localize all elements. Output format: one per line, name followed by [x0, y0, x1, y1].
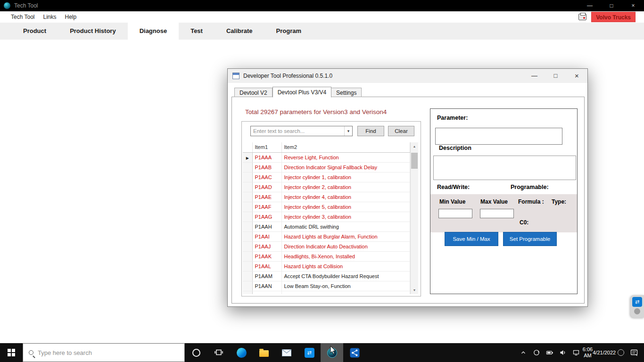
network-icon[interactable] — [570, 343, 583, 362]
cell-item1[interactable]: P1AAO — [252, 291, 281, 294]
cell-item1[interactable]: P1AAG — [252, 212, 281, 222]
table-row[interactable]: P1AALHazard Lights at Collision — [243, 261, 410, 271]
cell-item2[interactable]: Injector cylinder 5, calibration — [281, 202, 410, 212]
table-scrollbar[interactable]: ▲ ▼ — [410, 142, 418, 294]
cell-item1[interactable]: P1AAB — [252, 162, 281, 172]
table-row[interactable]: P1AADInjector cylinder 2, calibration — [243, 182, 410, 192]
taskbar-search[interactable] — [23, 343, 185, 362]
table-row[interactable]: P1AAOLow Beam Lamps, Type — [243, 291, 410, 294]
cell-item1[interactable]: P1AAK — [252, 251, 281, 261]
set-programable-button[interactable]: Set Programable — [503, 232, 557, 246]
volvo-trucks-button[interactable]: Volvo Trucks — [591, 12, 636, 22]
cell-item2[interactable]: Automatic DRL swithing — [281, 222, 410, 231]
scrollbar-thumb[interactable] — [411, 153, 418, 169]
cell-item1[interactable]: P1AAA — [252, 152, 281, 162]
cell-item2[interactable]: Injector cylinder 2, calibration — [281, 182, 410, 192]
cell-item1[interactable]: P1AAL — [252, 261, 281, 271]
volume-icon[interactable] — [556, 343, 570, 362]
cell-item2[interactable]: Headlights, Bi-Xenon, Installed — [281, 251, 410, 261]
main-maximize-icon[interactable]: □ — [601, 0, 622, 11]
main-titlebar[interactable]: Tech Tool — □ × — [0, 0, 644, 11]
cell-item2[interactable]: Reverse Light, Function — [281, 152, 410, 162]
cell-item2[interactable]: Injector cylinder 3, calibration — [281, 212, 410, 222]
share-app-icon[interactable] — [343, 343, 366, 362]
taskbar-clock[interactable]: 6:06 AM 4/21/2022 — [583, 343, 616, 362]
circle-app-icon[interactable] — [185, 343, 207, 362]
teamviewer-icon[interactable]: ⇄ — [298, 343, 321, 362]
table-row[interactable]: P1AAGInjector cylinder 3, calibration — [243, 212, 410, 222]
file-explorer-icon[interactable] — [253, 343, 275, 362]
cell-item2[interactable]: Low Beam Stay-on, Function — [281, 281, 410, 291]
table-row[interactable]: P1AAFInjector cylinder 5, calibration — [243, 202, 410, 212]
cell-item1[interactable]: P1AAI — [252, 231, 281, 241]
edge-icon[interactable] — [230, 343, 253, 362]
remote-support-panel[interactable]: ⇄ — [630, 295, 644, 318]
table-row[interactable]: P1AAIHazard Lights at Burglar Alarm, Fun… — [243, 231, 410, 241]
tab-test[interactable]: Test — [179, 23, 215, 40]
dialog-maximize-icon[interactable]: □ — [545, 69, 566, 83]
dialog-titlebar[interactable]: Developer Tool Professional 0.5.1.0 — □ … — [228, 69, 587, 83]
cell-item2[interactable]: Accept CTA Bodybuilder Hazard Request — [281, 271, 410, 281]
cell-item2[interactable]: Injector cylinder 4, calibration — [281, 192, 410, 202]
parameter-value-input[interactable] — [435, 128, 562, 145]
combo-dropdown-icon[interactable]: ▾ — [344, 126, 352, 136]
search-input[interactable] — [251, 128, 344, 134]
table-row[interactable]: P1AAKHeadlights, Bi-Xenon, Installed — [243, 251, 410, 261]
table-row[interactable]: P1AAHAutomatic DRL swithing — [243, 222, 410, 231]
cell-item1[interactable]: P1AAC — [252, 172, 281, 182]
cell-item1[interactable]: P1AAE — [252, 192, 281, 202]
tab-devtool-v2[interactable]: Devtool V2 — [234, 88, 272, 97]
tab-program[interactable]: Program — [264, 23, 313, 40]
battery-icon[interactable] — [543, 343, 556, 362]
taskbar-search-input[interactable] — [38, 349, 184, 356]
tab-diagnose[interactable]: Diagnose — [128, 23, 179, 40]
max-value-input[interactable] — [480, 209, 514, 218]
cell-item1[interactable]: P1AAD — [252, 182, 281, 192]
hidden-icons-chevron-icon[interactable] — [517, 343, 530, 362]
tab-calibrate[interactable]: Calibrate — [215, 23, 264, 40]
cell-item2[interactable]: Hazard Lights at Collision — [281, 261, 410, 271]
teamviewer-panel-icon[interactable]: ⇄ — [632, 297, 642, 307]
table-row[interactable]: P1AACInjector cylinder 1, calibration — [243, 172, 410, 182]
cell-item1[interactable]: P1AAF — [252, 202, 281, 212]
cell-item1[interactable]: P1AAN — [252, 281, 281, 291]
cell-item1[interactable]: P1AAM — [252, 271, 281, 281]
start-button[interactable] — [0, 343, 23, 362]
task-view-icon[interactable] — [207, 343, 230, 362]
mail-icon[interactable] — [275, 343, 298, 362]
tray-sync-icon[interactable] — [530, 343, 543, 362]
table-row[interactable]: P1AAMAccept CTA Bodybuilder Hazard Reque… — [243, 271, 410, 281]
save-minmax-button[interactable]: Save Min / Max — [445, 232, 498, 246]
tab-devtool-plus-v3v4[interactable]: Devtool Plus V3/V4 — [272, 87, 331, 98]
table-row[interactable]: ▶P1AAAReverse Light, Function — [243, 152, 410, 162]
tray-circle-icon[interactable] — [616, 343, 626, 362]
scroll-up-icon[interactable]: ▲ — [411, 142, 418, 150]
scroll-down-icon[interactable]: ▼ — [411, 286, 418, 294]
dialog-minimize-icon[interactable]: — — [524, 69, 545, 83]
action-center-icon[interactable] — [626, 343, 642, 362]
tab-product[interactable]: Product — [11, 23, 58, 40]
cell-item2[interactable]: Direction Indicator Signal Fallback Dela… — [281, 162, 410, 172]
cell-item1[interactable]: P1AAH — [252, 222, 281, 231]
cell-item2[interactable]: Hazard Lights at Burglar Alarm, Function — [281, 231, 410, 241]
tab-product-history[interactable]: Product History — [58, 23, 128, 40]
main-minimize-icon[interactable]: — — [579, 0, 601, 11]
menu-tech-tool[interactable]: Tech Tool — [7, 11, 39, 23]
menu-help[interactable]: Help — [61, 11, 81, 23]
clear-button[interactable]: Clear — [388, 126, 414, 136]
search-combobox[interactable]: ▾ — [250, 126, 353, 136]
min-value-input[interactable] — [438, 209, 472, 218]
table-row[interactable]: P1AANLow Beam Stay-on, Function — [243, 281, 410, 291]
tab-settings[interactable]: Settings — [331, 88, 362, 97]
menu-links[interactable]: Links — [39, 11, 60, 23]
table-row[interactable]: P1AAEInjector cylinder 4, calibration — [243, 192, 410, 202]
find-button[interactable]: Find — [357, 126, 384, 136]
cell-item2[interactable]: Direction Indicator Auto Deactivation — [281, 241, 410, 251]
cell-item1[interactable]: P1AAJ — [252, 241, 281, 251]
column-header-item2[interactable]: Item2 — [281, 142, 410, 152]
table-row[interactable]: P1AABDirection Indicator Signal Fallback… — [243, 162, 410, 172]
dialog-close-icon[interactable]: × — [566, 69, 587, 83]
table-row[interactable]: P1AAJDirection Indicator Auto Deactivati… — [243, 241, 410, 251]
cell-item2[interactable]: Injector cylinder 1, calibration — [281, 172, 410, 182]
panel-grip-icon[interactable] — [634, 308, 640, 314]
